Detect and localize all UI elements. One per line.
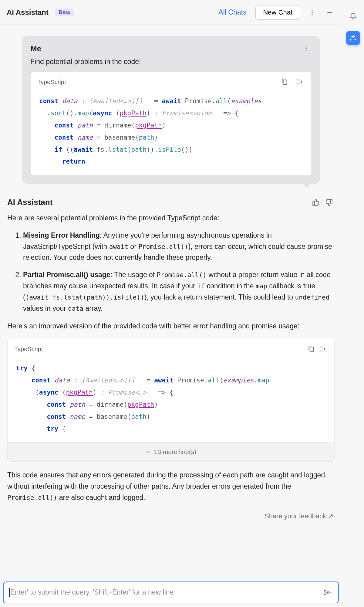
expand-code-button[interactable]: 13 more line(s) — [8, 442, 334, 461]
copy-icon[interactable] — [279, 76, 290, 87]
more-icon[interactable] — [307, 7, 318, 18]
svg-point-1 — [312, 12, 312, 13]
input-placeholder: Enter' to submit the query, 'Shift+Enter… — [10, 588, 174, 596]
chevron-down-icon — [145, 449, 151, 455]
assistant-intro: Here are several potential problems in t… — [7, 212, 335, 224]
new-chat-button[interactable]: New Chat — [255, 5, 300, 20]
code-lang-label: TypeScript — [14, 344, 43, 354]
user-code-block: TypeScript const data : (Awaited<…>)[] =… — [30, 72, 312, 175]
thumbs-down-icon[interactable] — [324, 197, 335, 208]
send-icon[interactable] — [322, 587, 333, 598]
svg-point-2 — [312, 14, 312, 15]
svg-point-6 — [305, 50, 306, 51]
right-rail — [342, 0, 364, 607]
assistant-improved-text: Here's an improved version of the provid… — [7, 320, 335, 332]
svg-point-4 — [305, 46, 306, 47]
all-chats-link[interactable]: All Chats — [218, 8, 246, 16]
problems-list: Missing Error Handling: Anytime you're p… — [7, 230, 335, 314]
user-code: const data : (Awaited<…>)[] = await Prom… — [31, 92, 311, 175]
ai-assistant-icon[interactable] — [346, 31, 360, 45]
message-input[interactable]: Enter' to submit the query, 'Shift+Enter… — [3, 582, 339, 603]
assistant-label: AI Assistant — [7, 196, 52, 209]
assistant-code: try { const data : (Awaited<…>)[] = awai… — [8, 359, 334, 442]
svg-point-5 — [305, 48, 306, 49]
beta-badge: Beta — [55, 8, 74, 16]
message-more-icon[interactable] — [301, 43, 312, 54]
user-prompt-text: Find potential problems in the code: — [30, 58, 312, 66]
user-message: Me Find potential problems in the code: … — [22, 36, 320, 184]
assistant-message: AI Assistant Here are several potential … — [7, 196, 335, 521]
notifications-icon[interactable] — [346, 8, 360, 22]
user-label: Me — [30, 44, 41, 53]
insert-icon[interactable] — [294, 76, 305, 87]
chat-scroll[interactable]: Me Find potential problems in the code: … — [0, 25, 342, 579]
svg-point-0 — [312, 9, 312, 10]
svg-rect-11 — [310, 347, 314, 352]
topbar: AI Assistant Beta All Chats New Chat — [0, 0, 342, 25]
share-feedback-link[interactable]: Share your feedback↗ — [7, 511, 333, 521]
code-lang-label: TypeScript — [37, 79, 66, 86]
thumbs-up-icon[interactable] — [310, 197, 321, 208]
app-title: AI Assistant — [7, 8, 49, 17]
problem-item-2: Partial Promise.all() usage: The usage o… — [23, 269, 335, 314]
svg-rect-7 — [283, 80, 287, 85]
problem-item-1: Missing Error Handling: Anytime you're p… — [23, 230, 335, 263]
assistant-code-block: TypeScript try { const data : (Awaited<…… — [7, 339, 335, 462]
minimize-icon[interactable] — [324, 7, 335, 18]
insert-icon[interactable] — [317, 344, 328, 354]
assistant-outro: This code ensures that any errors genera… — [7, 470, 335, 503]
copy-icon[interactable] — [306, 344, 317, 354]
